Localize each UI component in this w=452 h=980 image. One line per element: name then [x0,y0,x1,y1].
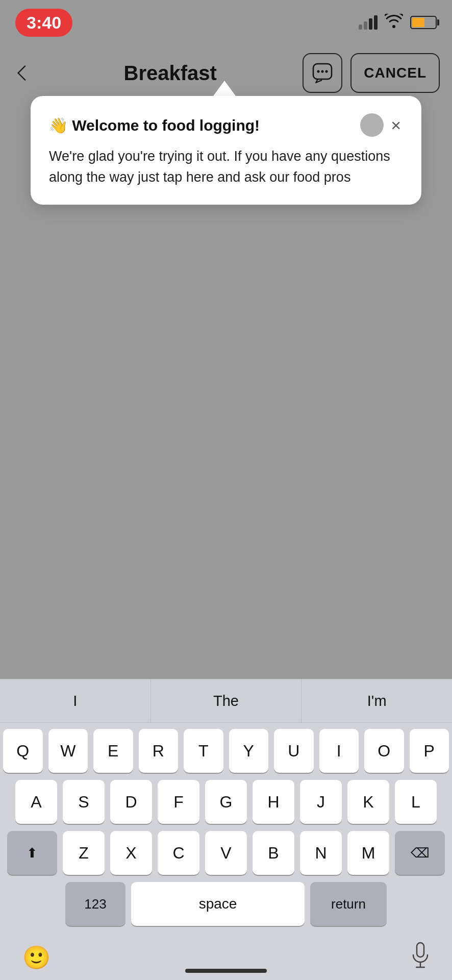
svg-point-1 [317,70,320,73]
tooltip-title-text: Welcome to food logging! [72,117,260,134]
predictive-item-3[interactable]: I'm [302,679,452,722]
tooltip-emoji: 👋 [49,117,68,134]
key-n[interactable]: N [300,831,342,875]
key-f[interactable]: F [158,780,199,824]
return-key[interactable]: return [310,882,387,926]
key-l[interactable]: L [395,780,437,824]
key-g[interactable]: G [205,780,247,824]
signal-icon [359,15,378,30]
wifi-icon [385,14,403,32]
key-t[interactable]: T [184,729,223,773]
tooltip-popup: 👋 Welcome to food logging! × We're glad … [31,81,421,205]
home-indicator [185,969,267,973]
svg-rect-4 [417,943,424,957]
mic-icon[interactable] [411,942,430,973]
tooltip-box: 👋 Welcome to food logging! × We're glad … [31,96,421,205]
status-icons [359,14,437,32]
svg-point-2 [321,70,324,73]
tooltip-title: 👋 Welcome to food logging! [49,116,355,134]
keyboard: I The I'm Q W E R T Y U I O P A S D F G … [0,679,452,980]
key-y[interactable]: Y [229,729,269,773]
tooltip-header: 👋 Welcome to food logging! × [49,113,403,137]
key-row-4: 123 space return [3,882,449,926]
key-v[interactable]: V [205,831,247,875]
shift-key[interactable]: ⬆ [7,831,57,875]
key-q[interactable]: Q [3,729,43,773]
key-r[interactable]: R [139,729,179,773]
close-button[interactable]: × [389,116,403,134]
predictive-item-2[interactable]: The [151,679,302,722]
key-w[interactable]: W [48,729,88,773]
key-j[interactable]: J [300,780,342,824]
key-a[interactable]: A [15,780,57,824]
key-s[interactable]: S [63,780,105,824]
key-x[interactable]: X [110,831,152,875]
key-u[interactable]: U [274,729,314,773]
key-z[interactable]: Z [63,831,105,875]
key-k[interactable]: K [347,780,389,824]
key-i[interactable]: I [319,729,359,773]
key-row-2: A S D F G H J K L [3,780,449,824]
key-row-1: Q W E R T Y U I O P [3,729,449,773]
key-p[interactable]: P [410,729,449,773]
key-rows: Q W E R T Y U I O P A S D F G H J K L ⬆ … [0,723,452,935]
bottom-bar: 🙂 [0,935,452,980]
key-b[interactable]: B [253,831,294,875]
tooltip-body: We're glad you're trying it out. If you … [49,146,403,187]
key-h[interactable]: H [253,780,294,824]
tooltip-avatar [360,113,384,137]
space-key[interactable]: space [131,882,305,926]
emoji-icon[interactable]: 🙂 [22,944,51,971]
key-row-3: ⬆ Z X C V B N M ⌫ [3,831,449,875]
key-o[interactable]: O [364,729,404,773]
battery-icon [410,16,437,29]
key-c[interactable]: C [158,831,199,875]
numbers-key[interactable]: 123 [65,882,125,926]
key-m[interactable]: M [347,831,389,875]
status-bar: 3:40 [0,0,452,45]
back-chevron-icon [17,65,33,81]
predictive-item-1[interactable]: I [0,679,151,722]
key-d[interactable]: D [110,780,152,824]
svg-point-3 [325,70,328,73]
delete-key[interactable]: ⌫ [395,831,445,875]
status-time: 3:40 [15,9,72,37]
predictive-bar: I The I'm [0,679,452,723]
key-e[interactable]: E [93,729,133,773]
tooltip-arrow [213,81,236,96]
